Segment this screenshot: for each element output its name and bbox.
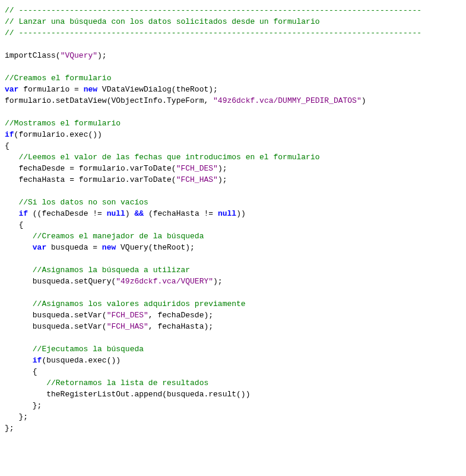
code-token: }; — [5, 424, 14, 433]
string-literal: "FCH_DES" — [176, 164, 218, 173]
keyword: null — [107, 209, 125, 218]
code-line: }; — [5, 423, 461, 434]
code-line: fechaHasta = formulario.varToDate("FCH_H… — [5, 174, 461, 185]
code-line — [5, 287, 461, 298]
code-token: formulario = — [18, 85, 83, 94]
code-token: , fechaHasta); — [148, 322, 213, 331]
keyword: null — [218, 209, 236, 218]
code-token: }; — [5, 412, 28, 421]
comment: //Si los datos no son vacíos — [5, 198, 148, 207]
code-token: busqueda.setVar( — [5, 311, 107, 320]
string-literal: "FCH_HAS" — [176, 175, 218, 184]
code-token: formulario.setDataView(VObjectInfo.TypeF… — [5, 96, 213, 105]
comment: //Ejecutamos la búsqueda — [5, 345, 144, 354]
code-line: // -------------------------------------… — [5, 27, 461, 39]
string-literal: "VQuery" — [61, 51, 97, 60]
code-line: //Asignamos los valores adquiridos previ… — [5, 298, 461, 310]
code-token: ); — [218, 164, 227, 173]
code-line: //Mostramos el formulario — [5, 118, 461, 129]
code-token: )) — [236, 209, 246, 218]
code-line — [5, 106, 461, 118]
code-line: theRegisterListOut.append(busqueda.resul… — [5, 389, 461, 400]
comment: // Lanzar una búsqueda con los datos sol… — [5, 17, 320, 26]
code-line: formulario.setDataView(VObjectInfo.TypeF… — [5, 95, 461, 106]
code-line: //Retornamos la lista de resultados — [5, 377, 461, 389]
code-token: ) — [362, 96, 366, 105]
comment: //Asignamos los valores adquiridos previ… — [5, 300, 246, 308]
keyword: && — [134, 209, 144, 218]
code-token: { — [5, 141, 9, 150]
code-token: (formulario.exec()) — [14, 130, 102, 139]
code-line: fechaDesde = formulario.varToDate("FCH_D… — [5, 163, 461, 174]
code-line: importClass("VQuery"); — [5, 50, 461, 61]
code-token: busqueda.setVar( — [5, 322, 107, 331]
keyword: new — [84, 85, 97, 94]
code-token — [5, 356, 33, 365]
code-token: fechaDesde = formulario.varToDate( — [5, 164, 176, 173]
code-token — [5, 243, 33, 252]
code-token: (busqueda.exec()) — [42, 356, 121, 365]
code-token: , fechaDesde); — [148, 311, 213, 320]
code-token: ); — [97, 51, 107, 60]
comment: //Retornamos la lista de resultados — [5, 379, 208, 387]
code-line: //Creamos el manejador de la búsqueda — [5, 231, 461, 242]
code-line — [5, 61, 461, 72]
code-line: // Lanzar una búsqueda con los datos sol… — [5, 16, 461, 27]
code-line: if(busqueda.exec()) — [5, 355, 461, 366]
comment: //Leemos el valor de las fechas que intr… — [5, 153, 320, 162]
code-line — [5, 253, 461, 264]
code-token: }; — [5, 401, 42, 410]
code-line: var formulario = new VDataViewDialog(the… — [5, 84, 461, 95]
keyword: var — [5, 85, 18, 94]
keyword: var — [33, 243, 46, 252]
comment: //Mostramos el formulario — [5, 119, 121, 128]
code-line: { — [5, 140, 461, 152]
comment: // -------------------------------------… — [5, 29, 421, 37]
code-token: ); — [213, 277, 223, 286]
code-line: }; — [5, 411, 461, 423]
code-line: if(formulario.exec()) — [5, 129, 461, 140]
code-token: ); — [218, 175, 227, 184]
code-token: ) — [125, 209, 135, 218]
code-line: //Leemos el valor de las fechas que intr… — [5, 152, 461, 163]
code-line: busqueda.setQuery("49z6dckf.vca/VQUERY")… — [5, 276, 461, 287]
code-line: }; — [5, 400, 461, 411]
string-literal: "FCH_DES" — [107, 311, 148, 320]
code-token: VQuery(theRoot); — [116, 243, 195, 252]
code-token: busqueda.setQuery( — [5, 277, 116, 286]
code-token: importClass( — [5, 51, 61, 60]
comment: //Creamos el formulario — [5, 74, 111, 83]
code-token: ((fechaDesde != — [28, 209, 107, 218]
code-token: VDataViewDialog(theRoot); — [97, 85, 218, 94]
keyword: if — [18, 209, 28, 218]
code-line: //Asignamos la búsqueda a utilizar — [5, 264, 461, 276]
code-token: fechaHasta = formulario.varToDate( — [5, 175, 176, 184]
code-line: { — [5, 366, 461, 377]
comment: // -------------------------------------… — [5, 6, 421, 15]
code-line: //Si los datos no son vacíos — [5, 197, 461, 208]
code-token — [5, 209, 18, 218]
string-literal: "FCH_HAS" — [107, 322, 148, 331]
code-line: //Creamos el formulario — [5, 72, 461, 84]
comment: //Asignamos la búsqueda a utilizar — [5, 266, 190, 275]
string-literal: "49z6dckf.vca/DUMMY_PEDIR_DATOS" — [213, 96, 362, 105]
code-token: { — [5, 367, 37, 376]
keyword: if — [33, 356, 42, 365]
code-line: busqueda.setVar("FCH_HAS", fechaHasta); — [5, 321, 461, 332]
code-token: (fechaHasta != — [144, 209, 218, 218]
code-line: busqueda.setVar("FCH_DES", fechaDesde); — [5, 310, 461, 321]
code-line: if ((fechaDesde != null) && (fechaHasta … — [5, 208, 461, 219]
keyword: new — [102, 243, 116, 252]
code-line: var busqueda = new VQuery(theRoot); — [5, 242, 461, 253]
code-token: { — [5, 220, 23, 229]
code-line: // -------------------------------------… — [5, 5, 461, 16]
code-block: // -------------------------------------… — [5, 5, 461, 434]
keyword: if — [5, 130, 14, 139]
code-token: theRegisterListOut.append(busqueda.resul… — [5, 390, 250, 399]
comment: //Creamos el manejador de la búsqueda — [5, 232, 204, 241]
code-line — [5, 332, 461, 343]
string-literal: "49z6dckf.vca/VQUERY" — [116, 277, 213, 286]
code-line: //Ejecutamos la búsqueda — [5, 343, 461, 355]
code-line — [5, 185, 461, 197]
code-line — [5, 39, 461, 50]
